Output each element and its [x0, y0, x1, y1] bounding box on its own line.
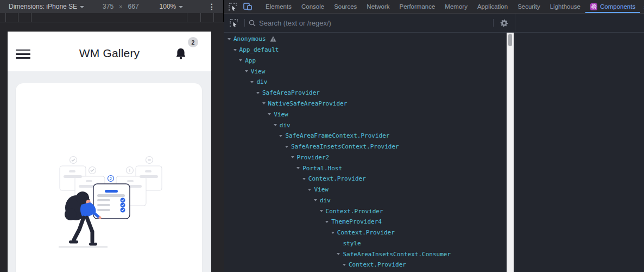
tree-expand-caret-icon[interactable] — [233, 49, 237, 51]
more-tabs-icon[interactable]: » — [640, 0, 644, 13]
tree-expand-caret-icon[interactable] — [331, 232, 334, 234]
tree-row[interactable]: div — [224, 77, 507, 88]
component-name: App — [245, 57, 256, 64]
props-toolbar — [515, 14, 644, 33]
tree-row[interactable]: div — [224, 195, 507, 206]
tab-memory[interactable]: Memory — [440, 0, 472, 13]
tab-lighthouse[interactable]: Lighthouse — [545, 0, 585, 13]
chevron-down-icon — [80, 6, 84, 8]
tree-expand-caret-icon[interactable] — [239, 59, 242, 61]
media-query-segment[interactable] — [187, 13, 201, 22]
tree-expand-caret-icon[interactable] — [320, 210, 323, 212]
tree-expand-caret-icon[interactable] — [308, 189, 311, 191]
media-query-segment[interactable] — [31, 13, 187, 22]
tree-expand-caret-icon[interactable] — [245, 70, 248, 72]
tree-expand-caret-icon[interactable] — [274, 124, 277, 126]
tab-label: Components — [600, 3, 635, 10]
tree-expand-caret-icon[interactable] — [343, 264, 346, 266]
tree-row[interactable]: App_default — [224, 45, 507, 55]
inspect-component-icon[interactable] — [224, 19, 242, 27]
tab-performance[interactable]: Performance — [395, 0, 440, 13]
tree-row[interactable]: Context.Provider — [224, 174, 507, 184]
tree-row[interactable]: style — [224, 238, 507, 249]
viewport-height-field[interactable]: 667 — [128, 3, 139, 10]
media-query-segment[interactable] — [201, 13, 214, 22]
component-name: Context.Provider — [349, 261, 406, 268]
tree-row[interactable]: View — [224, 66, 507, 77]
tree-row[interactable]: App — [224, 55, 507, 66]
tree-row[interactable]: div — [224, 120, 507, 131]
tree-expand-caret-icon[interactable] — [279, 135, 282, 137]
devtools-pane: ElementsConsoleSourcesNetworkPerformance… — [224, 0, 644, 272]
dimensions-dropdown[interactable]: Dimensions: iPhone SE — [9, 3, 84, 10]
tree-expand-caret-icon[interactable] — [256, 92, 260, 94]
tab-network[interactable]: Network — [362, 0, 394, 13]
inspect-element-icon[interactable] — [224, 0, 240, 13]
tree-expand-caret-icon[interactable] — [262, 102, 266, 104]
tree-expand-caret-icon[interactable] — [250, 81, 254, 83]
tab-security[interactable]: Security — [513, 0, 545, 13]
tree-row[interactable]: SafeAreaFrameContext.Provider — [224, 131, 507, 141]
tab-application[interactable]: Application — [472, 0, 513, 13]
tree-row[interactable]: Context.Provider — [224, 206, 507, 217]
notification-bell-icon[interactable] — [175, 47, 186, 60]
tree-row[interactable]: NativeSafeAreaProvider — [224, 98, 507, 109]
tab-console[interactable]: Console — [296, 0, 329, 13]
scrollbar-thumb[interactable] — [508, 34, 512, 46]
props-inspector-pane — [515, 14, 644, 272]
tree-scrollbar[interactable] — [507, 33, 514, 272]
device-toolbar-menu-icon[interactable]: ⋮ — [208, 2, 216, 11]
warning-icon — [270, 36, 276, 42]
tree-row[interactable]: Portal.Host — [224, 163, 507, 174]
device-toolbar-toggle-icon[interactable] — [240, 0, 255, 13]
tab-label: Memory — [445, 3, 468, 10]
search-input[interactable] — [259, 19, 490, 27]
component-name: SafeAreaInsetsContext.Provider — [291, 143, 399, 150]
component-name: Provider2 — [297, 154, 330, 161]
tree-row[interactable]: View — [224, 109, 507, 120]
tree-row[interactable]: SafeAreaInsetsContext.Consumer — [224, 249, 507, 259]
tree-row[interactable]: ThemeProvider4 — [224, 217, 507, 227]
devtools-tabs: ElementsConsoleSourcesNetworkPerformance… — [261, 0, 640, 13]
component-name: NativeSafeAreaProvider — [268, 100, 348, 107]
tab-label: Performance — [400, 3, 435, 10]
component-name: View — [314, 186, 329, 193]
component-name: style — [343, 240, 361, 247]
tree-expand-caret-icon[interactable] — [228, 38, 231, 40]
toolbar-divider — [493, 19, 494, 27]
media-query-bar[interactable] — [0, 13, 224, 22]
tab-components[interactable]: Components — [585, 0, 640, 13]
tab-sources[interactable]: Sources — [329, 0, 362, 13]
tree-expand-caret-icon[interactable] — [314, 199, 317, 201]
tab-elements[interactable]: Elements — [261, 0, 296, 13]
tree-row[interactable]: Anonymous — [224, 34, 507, 45]
viewport-width-field[interactable]: 375 — [103, 3, 113, 10]
component-tree-pane: AnonymousApp_defaultAppViewdivSafeAreaPr… — [224, 14, 515, 272]
tree-expand-caret-icon[interactable] — [268, 113, 271, 115]
dimensions-label: Dimensions: iPhone SE — [9, 3, 77, 10]
media-query-segment[interactable] — [214, 13, 224, 22]
screenshot-root: Dimensions: iPhone SE 375 × 667 100% ⋮ — [0, 0, 644, 272]
tree-expand-caret-icon[interactable] — [285, 146, 288, 148]
tree-expand-caret-icon[interactable] — [325, 221, 329, 223]
tree-row[interactable]: Context.Provider — [224, 259, 507, 270]
tab-label: Security — [517, 3, 540, 10]
settings-gear-icon[interactable] — [496, 19, 515, 27]
tree-expand-caret-icon[interactable] — [291, 156, 294, 158]
media-query-segment[interactable] — [18, 13, 31, 22]
media-query-segment[interactable] — [6, 13, 18, 22]
tree-expand-caret-icon[interactable] — [302, 178, 306, 180]
tree-expand-caret-icon[interactable] — [296, 167, 300, 169]
tree-row[interactable]: SafeAreaProvider — [224, 88, 507, 98]
app-body: 2 — [8, 71, 211, 272]
tree-row[interactable]: Provider2 — [224, 152, 507, 163]
tree-expand-caret-icon[interactable] — [337, 253, 340, 255]
search-icon — [248, 20, 257, 27]
tree-row[interactable]: Context.Provider — [224, 227, 507, 238]
zoom-dropdown[interactable]: 100% — [160, 3, 184, 10]
component-name: View — [251, 68, 266, 75]
media-query-segment[interactable] — [0, 13, 6, 22]
tree-row[interactable]: SafeAreaInsetsContext.Provider — [224, 141, 507, 152]
tree-row[interactable]: View — [224, 184, 507, 195]
component-name: Context.Provider — [326, 208, 383, 215]
